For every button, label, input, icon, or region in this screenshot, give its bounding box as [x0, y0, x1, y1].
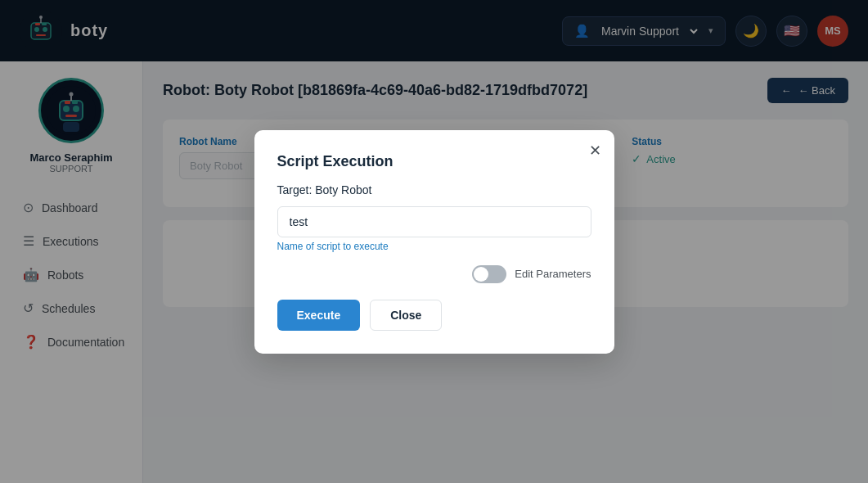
main-content: Robot: Boty Robot [b81869fa-4c69-40a6-bd… — [143, 61, 868, 483]
modal-target-label: Target: Boty Robot — [277, 183, 591, 196]
edit-parameters-toggle[interactable] — [472, 265, 506, 283]
modal-title: Script Execution — [277, 153, 591, 170]
execute-button[interactable]: Execute — [277, 300, 361, 331]
toggle-knob — [474, 267, 488, 282]
modal-overlay: Script Execution ✕ Target: Boty Robot Na… — [143, 61, 868, 483]
script-name-input[interactable] — [277, 206, 591, 237]
modal-close-button[interactable]: ✕ — [589, 143, 601, 158]
main-layout: Marco Seraphim SUPPORT ⊙ Dashboard ☰ Exe… — [0, 61, 868, 483]
edit-parameters-row: Edit Parameters — [277, 265, 591, 283]
close-button[interactable]: Close — [370, 300, 442, 331]
toggle-label: Edit Parameters — [515, 268, 591, 280]
modal-actions: Execute Close — [277, 300, 591, 331]
script-name-hint: Name of script to execute — [277, 241, 591, 252]
script-execution-modal: Script Execution ✕ Target: Boty Robot Na… — [254, 130, 614, 354]
